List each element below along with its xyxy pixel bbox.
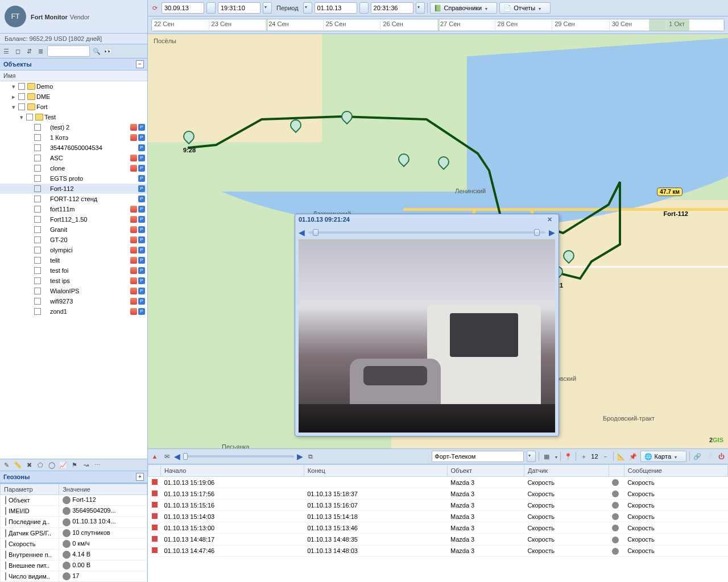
prev-photo-button[interactable]: ◀ — [299, 228, 305, 237]
tree-node-icon[interactable]: ◻ — [13, 47, 22, 56]
events-col[interactable]: Сообщение — [624, 465, 727, 477]
search-icon[interactable]: 🔍 — [92, 47, 101, 56]
twisty-icon[interactable]: ▾ — [10, 103, 17, 111]
tree-row[interactable]: FORT-112 стендP — [0, 194, 147, 204]
event-row[interactable]: 01.10.13 15:15:1601.10.13 15:16:07Mazda … — [148, 500, 728, 511]
tree-row[interactable]: ▾Test — [0, 112, 147, 122]
photo-slider[interactable] — [308, 231, 545, 234]
tree-row[interactable]: 354476050004534P — [0, 143, 147, 153]
track-start-marker[interactable] — [183, 131, 196, 146]
event-row[interactable]: 01.10.13 14:47:4601.10.13 14:48:03Mazda … — [148, 545, 728, 556]
date-to-input[interactable] — [315, 2, 357, 14]
checkbox[interactable] — [34, 134, 41, 141]
date-from-input[interactable] — [162, 2, 204, 14]
close-icon[interactable]: ✕ — [547, 216, 555, 224]
link-icon[interactable]: 🔗 — [693, 452, 702, 461]
checkbox[interactable] — [34, 288, 41, 294]
photo-window[interactable]: 01.10.13 09:21:24 ✕ ◀ ▶ — [295, 214, 559, 436]
checkbox[interactable] — [34, 226, 41, 233]
tree-row[interactable]: ▾Demo — [0, 81, 147, 92]
tree-row[interactable]: zond1P — [0, 306, 147, 317]
waypoint-marker[interactable] — [398, 153, 411, 168]
checkbox[interactable] — [18, 93, 25, 100]
zoom-in-icon[interactable]: ＋ — [579, 452, 588, 461]
timeline-day[interactable]: 26 Сен — [380, 19, 438, 31]
pushpin-icon[interactable]: 📌 — [628, 452, 638, 461]
timeline-day[interactable]: 23 Сен — [209, 19, 267, 31]
checkbox[interactable] — [34, 277, 41, 284]
twisty-icon[interactable]: ▾ — [18, 114, 25, 121]
twisty-icon[interactable]: ▸ — [10, 93, 17, 101]
tree-row[interactable]: olympiciP — [0, 245, 147, 255]
tree-row[interactable]: 1 КотэP — [0, 132, 147, 143]
timeline-day[interactable]: 28 Сен — [495, 19, 553, 31]
checkbox[interactable] — [34, 185, 41, 192]
tree-row[interactable]: ▸DME — [0, 92, 147, 102]
company-select[interactable] — [432, 451, 524, 462]
binoculars-icon[interactable]: 👀 — [104, 47, 113, 56]
calendar-to-icon[interactable] — [359, 2, 369, 14]
map-type-button[interactable]: 🌐 Карта — [640, 451, 686, 462]
tree-row[interactable]: WialonIPSP — [0, 286, 147, 296]
checkbox[interactable] — [34, 257, 41, 264]
checkbox[interactable] — [34, 267, 41, 274]
timeline-day[interactable]: 24 Сен — [266, 19, 324, 31]
checkbox[interactable] — [34, 165, 41, 172]
period-dropdown[interactable] — [303, 2, 312, 14]
events-col[interactable]: Конец — [304, 465, 447, 477]
waypoint-marker[interactable] — [438, 156, 450, 171]
param-col-val[interactable]: Значение — [59, 484, 147, 495]
dictionaries-button[interactable]: 📗 Справочники — [430, 2, 498, 14]
dots-icon[interactable]: ⋯ — [93, 460, 102, 469]
layers-icon[interactable]: ▦ — [542, 452, 551, 461]
timeline-day[interactable]: 27 Сен — [438, 19, 495, 31]
checkbox[interactable] — [34, 298, 41, 305]
tree-group-icon[interactable]: ≣ — [36, 47, 45, 56]
waypoint-marker[interactable] — [341, 111, 354, 126]
checkbox[interactable] — [34, 206, 41, 213]
events-col[interactable]: Объект — [447, 465, 524, 477]
objects-tree[interactable]: ▾Demo▸DME▾Fort▾Test(test) 2P1 КотэP35447… — [0, 81, 147, 459]
playback-slider[interactable] — [183, 455, 294, 458]
tree-row[interactable]: fort111mP — [0, 204, 147, 214]
checkbox[interactable] — [18, 83, 25, 90]
edit-icon[interactable]: ✎ — [2, 460, 11, 469]
route-icon[interactable]: ↝ — [81, 460, 90, 469]
checkbox[interactable] — [26, 114, 33, 120]
event-row[interactable]: 01.10.13 15:14:0301.10.13 15:14:18Mazda … — [148, 511, 728, 522]
timeline-day[interactable]: 30 Сен — [610, 19, 667, 31]
tree-row[interactable]: cloneP — [0, 163, 147, 173]
reports-button[interactable]: 📄 Отчеты — [499, 2, 551, 14]
waypoint-marker[interactable] — [563, 250, 576, 265]
tree-row[interactable]: test ipsP — [0, 276, 147, 286]
checkbox[interactable] — [34, 247, 41, 253]
event-row[interactable]: 01.10.13 15:17:5601.10.13 15:18:37Mazda … — [148, 488, 728, 500]
flag-icon[interactable]: ⚑ — [70, 460, 79, 469]
tree-sort-icon[interactable]: ⇵ — [24, 47, 34, 56]
search-input[interactable] — [47, 45, 90, 57]
zoom-out-icon[interactable]: － — [601, 452, 610, 461]
tree-row[interactable]: GT-20P — [0, 235, 147, 245]
tree-expand-icon[interactable]: ☰ — [2, 47, 11, 56]
tree-row[interactable]: Fort-112P — [0, 184, 147, 194]
checkbox[interactable] — [18, 103, 25, 110]
events-col[interactable]: Датчик — [524, 465, 609, 477]
timeline-day[interactable]: 25 Сен — [324, 19, 381, 31]
pin-icon[interactable]: 📍 — [564, 452, 573, 461]
chart-icon[interactable]: 📈 — [59, 460, 68, 469]
events-col[interactable]: Начало — [161, 465, 304, 477]
time-to-spinner[interactable] — [416, 2, 425, 14]
copy-icon[interactable]: ⧉ — [306, 452, 315, 461]
tree-row[interactable]: test foiP — [0, 265, 147, 276]
checkbox[interactable] — [34, 144, 41, 151]
playback-next-button[interactable]: ▶ — [297, 452, 303, 461]
company-dropdown-icon[interactable] — [527, 451, 536, 462]
geozones-add-button[interactable]: + — [136, 473, 144, 481]
refresh-icon[interactable]: ⟳ — [150, 3, 159, 13]
param-col-key[interactable]: Параметр — [1, 484, 59, 495]
checkbox[interactable] — [34, 308, 41, 315]
tree-row[interactable]: (test) 2P — [0, 122, 147, 132]
circle-icon[interactable]: ◯ — [47, 460, 56, 469]
checkbox[interactable] — [34, 216, 41, 223]
event-row[interactable]: 01.10.13 15:13:0001.10.13 15:13:46Mazda … — [148, 522, 728, 534]
